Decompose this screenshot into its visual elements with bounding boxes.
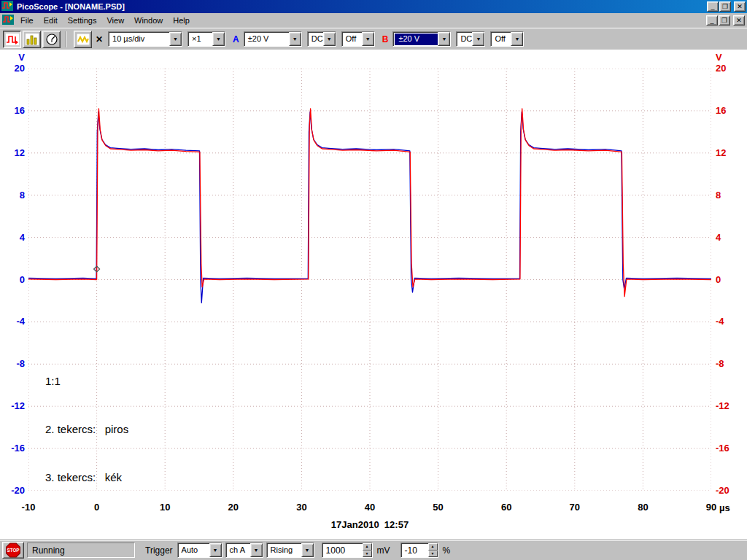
toolbar: ✕ 10 µs/div ▼ ×1 ▼ A ±20 V ▼ DC ▼ Off ▼ …	[0, 28, 747, 50]
window-title: PicoScope - [NONAME.PSD]	[17, 2, 705, 11]
trigger-mode-select[interactable]: Auto ▼	[177, 542, 222, 558]
y-axis-tick-left: 0	[0, 275, 25, 285]
y-axis-tick-left: -16	[0, 443, 25, 454]
threshold-unit-label: mV	[376, 545, 392, 556]
minimize-button[interactable]: _	[707, 1, 719, 12]
mdi-close-button[interactable]: ✕	[733, 15, 745, 26]
menu-bar: File Edit Settings View Window Help _ ❐ …	[0, 13, 747, 28]
toolbar-separator	[66, 31, 67, 47]
timebase-select[interactable]: 10 µs/div ▼	[108, 31, 182, 47]
x-axis-tick: 70	[570, 502, 580, 513]
y-axis-tick-right: -16	[716, 443, 745, 454]
trigger-label: Trigger	[144, 545, 174, 556]
multiplier-value: ×1	[188, 32, 212, 46]
dropdown-arrow-icon[interactable]: ▼	[438, 32, 450, 46]
dropdown-arrow-icon[interactable]: ▼	[212, 32, 225, 46]
y-axis-tick-left: 20	[0, 63, 25, 74]
menu-edit[interactable]: Edit	[39, 14, 63, 27]
dropdown-arrow-icon[interactable]: ▼	[289, 32, 301, 46]
dropdown-arrow-icon[interactable]: ▼	[323, 32, 336, 46]
channel-b-label: B	[376, 34, 392, 44]
pen-waveform-icon	[77, 34, 90, 45]
channel-b-range-select[interactable]: ±20 V ▼	[392, 31, 451, 47]
trigger-direction-select[interactable]: Rising ▼	[266, 542, 314, 558]
waveform-plot	[28, 69, 711, 491]
meter-icon	[45, 34, 58, 45]
y-axis-tick-right: 20	[716, 63, 745, 74]
menu-window[interactable]: Window	[129, 14, 168, 27]
spin-down-button[interactable]: ▼	[363, 551, 372, 558]
x-axis-tick: 20	[228, 502, 239, 513]
meter-view-button[interactable]	[42, 31, 61, 48]
y-axis-tick-left: 12	[0, 148, 25, 158]
trigger-threshold-spinner[interactable]: 1000 ▲ ▼	[322, 542, 373, 558]
y-axis-tick-right: 0	[716, 275, 745, 285]
dropdown-arrow-icon[interactable]: ▼	[472, 32, 484, 46]
timebase-value: 10 µs/div	[109, 32, 169, 46]
spin-down-button[interactable]: ▼	[428, 551, 438, 558]
trigger-direction-value: Rising	[267, 543, 301, 557]
trigger-threshold-value[interactable]: 1000	[322, 543, 363, 557]
y-axis-tick-right: -8	[716, 359, 745, 369]
x-axis-tick: 60	[501, 502, 511, 513]
trigger-mode-value: Auto	[178, 543, 209, 557]
spin-up-button[interactable]: ▲	[363, 543, 372, 551]
channel-a-label: A	[227, 34, 242, 44]
dropdown-arrow-icon[interactable]: ▼	[511, 32, 523, 46]
channel-a-mode-select[interactable]: Off ▼	[341, 31, 375, 47]
picoscope-window: PicoScope - [NONAME.PSD] _ ❐ ✕ File Edit…	[0, 0, 747, 560]
y-axis-tick-right: 12	[716, 148, 745, 158]
stop-button[interactable]: STOP	[2, 542, 24, 559]
scope-view-button[interactable]	[3, 31, 21, 48]
channel-b-mode-select[interactable]: Off ▼	[490, 31, 524, 47]
y-axis-tick-right: -4	[716, 316, 745, 327]
trigger-source-select[interactable]: ch A ▼	[225, 542, 263, 558]
mdi-restore-button[interactable]: ❐	[719, 15, 730, 26]
y-axis-tick-left: 8	[0, 190, 25, 201]
y-axis-tick-right: -12	[716, 401, 745, 411]
annotation-line: 2. tekercs: piros	[45, 421, 128, 438]
x-axis-tick: 90	[706, 502, 716, 513]
menu-settings[interactable]: Settings	[63, 14, 102, 27]
dropdown-arrow-icon[interactable]: ▼	[250, 543, 263, 557]
x-axis-unit: µs	[719, 502, 730, 513]
channel-a-range-select[interactable]: ±20 V ▼	[244, 31, 302, 47]
restore-button[interactable]: ❐	[719, 1, 731, 12]
annotation-text: 1:1 2. tekercs: piros 3. tekercs: kék	[45, 341, 128, 518]
x-axis-tick: 30	[296, 502, 306, 513]
dropdown-arrow-icon[interactable]: ▼	[209, 543, 222, 557]
menu-file[interactable]: File	[15, 14, 39, 27]
x-axis-tick: 40	[365, 502, 375, 513]
channel-a-coupling-select[interactable]: DC ▼	[307, 31, 336, 47]
y-axis-tick-right: 4	[716, 233, 745, 243]
spin-up-button[interactable]: ▲	[428, 543, 438, 551]
close-view-button[interactable]: ✕	[96, 34, 103, 44]
mdi-minimize-button[interactable]: _	[706, 15, 718, 26]
y-axis-tick-left: 16	[0, 106, 25, 116]
close-button[interactable]: ✕	[734, 1, 746, 12]
x-axis-tick: 10	[160, 502, 170, 513]
y-axis-tick-left: -8	[0, 359, 25, 369]
x-axis-tick: 50	[433, 502, 443, 513]
menu-view[interactable]: View	[101, 14, 129, 27]
channel-b-coupling-value: DC	[457, 32, 472, 46]
annotation-line: 3. tekercs: kék	[45, 470, 128, 486]
dropdown-arrow-icon[interactable]: ▼	[301, 543, 314, 557]
y-axis-tick-left: -4	[0, 316, 25, 327]
right-axis-unit: V	[716, 52, 722, 63]
channel-b-coupling-select[interactable]: DC ▼	[456, 31, 485, 47]
status-text: Running	[27, 542, 135, 558]
stop-sign-icon: STOP	[5, 542, 21, 558]
spectrum-icon	[26, 34, 39, 45]
dropdown-arrow-icon[interactable]: ▼	[362, 32, 374, 46]
spectrum-view-button[interactable]	[23, 31, 41, 48]
trigger-delay-spinner[interactable]: -10 ▲ ▼	[400, 542, 438, 558]
trigger-delay-value[interactable]: -10	[401, 543, 428, 557]
multiplier-select[interactable]: ×1 ▼	[187, 31, 225, 47]
channel-a-range-value: ±20 V	[244, 32, 289, 46]
scope-icon	[6, 34, 19, 45]
composite-view-button[interactable]	[74, 31, 92, 48]
dropdown-arrow-icon[interactable]: ▼	[169, 32, 182, 46]
scope-display: V V µs 17Jan2010 12:57 1:1 2. tekercs: p…	[0, 50, 747, 540]
menu-help[interactable]: Help	[168, 14, 195, 27]
